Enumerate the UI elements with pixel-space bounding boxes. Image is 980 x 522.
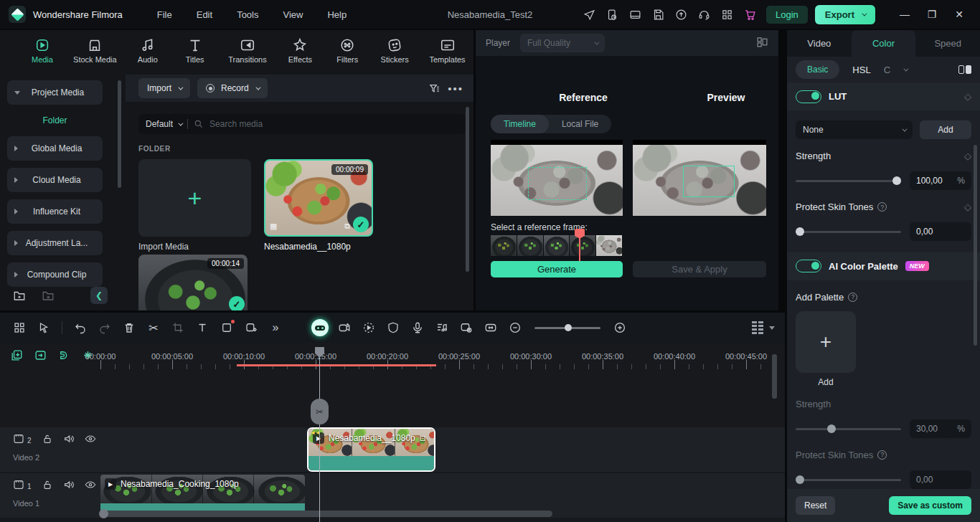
help-icon[interactable]: ? (877, 202, 887, 212)
timeline-clip-salad[interactable]: ▶Nesabamedia__1080p⊡ ◄◄ (307, 427, 435, 472)
lut-skin-value[interactable]: 0,00 (910, 222, 971, 241)
ai-palette-toggle[interactable] (796, 260, 821, 272)
palette-strength-slider[interactable] (796, 424, 901, 433)
tab-audio[interactable]: Audio (127, 37, 169, 64)
lut-toggle[interactable] (796, 90, 821, 103)
magnetic-snap-icon[interactable] (57, 348, 71, 365)
keyframe-diamond-icon[interactable]: ◇ (964, 91, 971, 102)
filmstrip-frame[interactable] (596, 235, 623, 256)
tab-stock-media[interactable]: Stock Media (69, 37, 121, 64)
upload-cloud-icon[interactable] (672, 5, 690, 24)
chevron-down-icon[interactable] (903, 66, 908, 71)
category-dropdown[interactable]: Default (146, 119, 182, 129)
select-tool-icon[interactable] (34, 318, 53, 337)
crop-icon[interactable] (169, 318, 187, 337)
filmstrip-frame[interactable] (517, 235, 544, 256)
tab-media[interactable]: Media (22, 37, 63, 64)
reset-button[interactable]: Reset (796, 496, 835, 515)
playhead-line[interactable] (319, 347, 320, 522)
timeline-zoom-slider[interactable] (534, 323, 600, 332)
speed-ramp-icon[interactable] (359, 318, 378, 337)
redo-icon[interactable] (95, 318, 114, 337)
sidebar-item-project-media[interactable]: Project Media (7, 80, 103, 105)
shape-tool-icon[interactable] (217, 318, 236, 337)
export-button[interactable]: Export (815, 5, 875, 24)
tab-local-file[interactable]: Local File (549, 115, 611, 133)
record-button[interactable]: Record (197, 78, 268, 98)
media-scrollbar[interactable] (466, 107, 469, 272)
menu-tools[interactable]: Tools (228, 6, 267, 23)
sidebar-item-cloud-media[interactable]: Cloud Media (7, 168, 103, 192)
voiceover-mic-icon[interactable] (408, 318, 427, 337)
text-tool-icon[interactable] (193, 318, 212, 337)
fit-timeline-icon[interactable] (481, 318, 500, 337)
lut-strength-value[interactable]: 100,00% (910, 171, 971, 190)
search-input[interactable] (209, 119, 425, 129)
filter-sort-icon[interactable] (428, 82, 440, 95)
export-selection-icon[interactable] (34, 348, 47, 365)
player-layout-icon[interactable] (756, 36, 768, 51)
mute-speaker-icon[interactable] (63, 433, 75, 447)
render-queue-icon[interactable] (603, 5, 621, 24)
shield-icon[interactable] (384, 318, 402, 337)
sidebar-item-global-media[interactable]: Global Media (7, 136, 103, 161)
hide-eye-icon[interactable] (85, 433, 96, 447)
screen-record-icon[interactable] (457, 318, 476, 337)
timeline-vscrollbar[interactable] (772, 354, 777, 399)
menu-view[interactable]: View (274, 6, 311, 23)
sidebar-item-compound-clip[interactable]: Compound Clip (7, 262, 103, 287)
help-icon[interactable]: ? (877, 450, 887, 460)
tab-templates[interactable]: Templates (421, 37, 473, 64)
import-media-tile[interactable]: + (138, 159, 251, 237)
lock-icon[interactable] (42, 479, 53, 493)
tab-filters[interactable]: Filters (326, 37, 368, 64)
filmstrip-frame[interactable] (544, 235, 570, 256)
menu-help[interactable]: Help (319, 6, 355, 23)
zoom-out-icon[interactable] (506, 318, 524, 337)
sidebar-scrollbar[interactable] (118, 80, 121, 188)
tab-titles[interactable]: Titles (174, 37, 216, 64)
help-icon[interactable]: ? (848, 293, 857, 302)
reference-filmstrip[interactable] (491, 235, 623, 256)
layout-icon[interactable] (626, 5, 644, 24)
keyframe-diamond-icon[interactable]: ◇ (964, 151, 971, 161)
tab-timeline[interactable]: Timeline (491, 115, 549, 133)
import-button[interactable]: Import (138, 78, 190, 98)
close-button[interactable]: ✕ (946, 4, 973, 25)
timeline-ruler[interactable]: 00:00:00 00:00:05:00 00:00:10:00 00:00:1… (0, 346, 785, 370)
track-height-control[interactable] (752, 321, 775, 334)
lut-preset-dropdown[interactable]: None (796, 120, 913, 139)
palette-skin-slider[interactable] (796, 475, 901, 484)
add-camera-icon[interactable] (335, 318, 354, 337)
zoom-in-icon[interactable] (611, 318, 629, 337)
login-button[interactable]: Login (766, 6, 808, 24)
save-icon[interactable] (649, 5, 667, 24)
save-apply-button[interactable]: Save & Apply (633, 261, 766, 277)
split-scissors-icon[interactable]: ✂ (144, 318, 163, 337)
ai-assistant-icon[interactable] (311, 318, 329, 337)
tab-video[interactable]: Video (787, 30, 852, 57)
reference-frame[interactable] (491, 140, 623, 216)
audio-mixer-icon[interactable] (433, 318, 451, 337)
minimize-button[interactable]: — (891, 4, 918, 25)
apps-grid-icon[interactable] (717, 5, 736, 24)
lut-skin-slider[interactable] (796, 227, 901, 236)
sidebar-item-influence-kit[interactable]: Influence Kit (7, 199, 103, 224)
delete-folder-icon[interactable] (39, 286, 57, 305)
tab-transitions[interactable]: Transitions (222, 37, 274, 64)
add-marker-icon[interactable] (10, 348, 24, 365)
menu-file[interactable]: File (149, 6, 181, 23)
save-as-custom-button[interactable]: Save as custom (889, 496, 971, 515)
collapse-sidebar-button[interactable]: ❮ (90, 287, 108, 304)
menu-edit[interactable]: Edit (188, 6, 221, 23)
tab-speed[interactable]: Speed (915, 30, 980, 57)
subtab-curve[interactable]: C (884, 65, 890, 75)
mask-tool-icon[interactable] (242, 318, 260, 337)
subtab-basic[interactable]: Basic (796, 60, 839, 79)
playhead-split-button[interactable]: ✂ (311, 399, 329, 424)
mute-speaker-icon[interactable] (63, 479, 75, 493)
new-folder-icon[interactable] (10, 286, 29, 305)
lut-strength-slider[interactable] (796, 176, 901, 185)
share-icon[interactable] (580, 5, 598, 24)
lut-add-button[interactable]: Add (920, 120, 971, 139)
